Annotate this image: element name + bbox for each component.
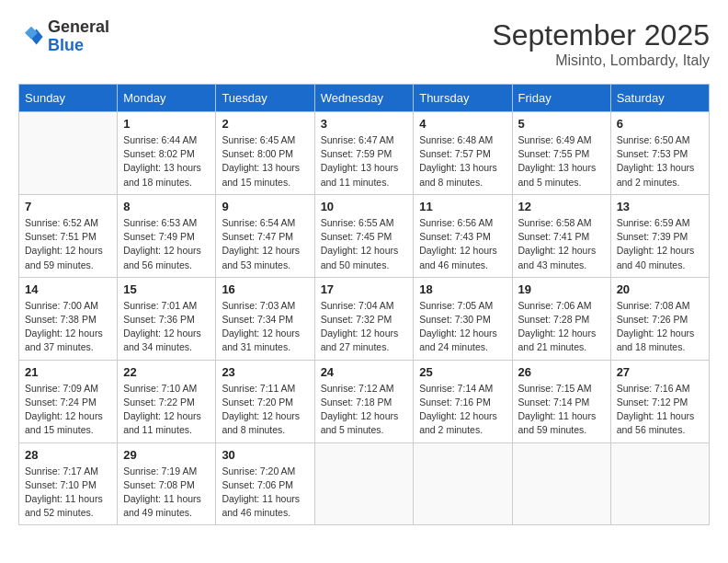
- day-info: Sunrise: 6:48 AM Sunset: 7:57 PM Dayligh…: [419, 133, 506, 190]
- calendar-week-row: 7Sunrise: 6:52 AM Sunset: 7:51 PM Daylig…: [19, 194, 710, 277]
- logo-icon: [18, 24, 44, 50]
- day-number: 28: [25, 448, 111, 462]
- weekday-header-tuesday: Tuesday: [216, 85, 314, 112]
- day-number: 21: [25, 365, 111, 379]
- calendar-week-row: 28Sunrise: 7:17 AM Sunset: 7:10 PM Dayli…: [19, 442, 710, 525]
- day-info: Sunrise: 7:11 AM Sunset: 7:20 PM Dayligh…: [222, 382, 308, 438]
- calendar-cell: 25Sunrise: 7:14 AM Sunset: 7:16 PM Dayli…: [414, 360, 512, 442]
- calendar-cell: [414, 442, 512, 525]
- day-info: Sunrise: 7:19 AM Sunset: 7:08 PM Dayligh…: [123, 465, 210, 521]
- calendar-cell: 2Sunrise: 6:45 AM Sunset: 8:00 PM Daylig…: [216, 112, 314, 195]
- logo-general: General: [48, 18, 109, 37]
- calendar-cell: 22Sunrise: 7:10 AM Sunset: 7:22 PM Dayli…: [118, 360, 216, 442]
- calendar-cell: 1Sunrise: 6:44 AM Sunset: 8:02 PM Daylig…: [118, 112, 216, 195]
- day-info: Sunrise: 7:16 AM Sunset: 7:12 PM Dayligh…: [617, 382, 703, 438]
- day-info: Sunrise: 7:06 AM Sunset: 7:28 PM Dayligh…: [518, 299, 605, 355]
- calendar-cell: 14Sunrise: 7:00 AM Sunset: 7:38 PM Dayli…: [19, 277, 118, 360]
- day-info: Sunrise: 7:01 AM Sunset: 7:36 PM Dayligh…: [123, 299, 210, 355]
- day-number: 13: [617, 200, 703, 213]
- calendar-cell: 12Sunrise: 6:58 AM Sunset: 7:41 PM Dayli…: [512, 194, 610, 277]
- day-info: Sunrise: 6:54 AM Sunset: 7:47 PM Dayligh…: [222, 216, 308, 272]
- day-info: Sunrise: 6:52 AM Sunset: 7:51 PM Dayligh…: [25, 216, 111, 272]
- day-number: 5: [518, 117, 605, 131]
- day-info: Sunrise: 7:03 AM Sunset: 7:34 PM Dayligh…: [222, 299, 308, 355]
- day-info: Sunrise: 7:05 AM Sunset: 7:30 PM Dayligh…: [419, 299, 506, 355]
- logo: General Blue: [18, 18, 109, 55]
- day-info: Sunrise: 7:15 AM Sunset: 7:14 PM Dayligh…: [518, 382, 605, 438]
- calendar-cell: 7Sunrise: 6:52 AM Sunset: 7:51 PM Daylig…: [19, 194, 118, 277]
- day-number: 22: [123, 365, 210, 379]
- calendar-cell: 23Sunrise: 7:11 AM Sunset: 7:20 PM Dayli…: [216, 360, 314, 442]
- calendar-cell: 4Sunrise: 6:48 AM Sunset: 7:57 PM Daylig…: [414, 112, 512, 195]
- day-number: 18: [419, 282, 506, 296]
- day-number: 7: [25, 200, 111, 213]
- day-number: 16: [222, 282, 308, 296]
- month-title: September 2025: [492, 18, 710, 52]
- calendar-cell: 28Sunrise: 7:17 AM Sunset: 7:10 PM Dayli…: [19, 442, 118, 525]
- weekday-header-thursday: Thursday: [414, 85, 512, 112]
- day-info: Sunrise: 6:49 AM Sunset: 7:55 PM Dayligh…: [518, 133, 605, 190]
- calendar-cell: 10Sunrise: 6:55 AM Sunset: 7:45 PM Dayli…: [314, 194, 414, 277]
- calendar-cell: 17Sunrise: 7:04 AM Sunset: 7:32 PM Dayli…: [314, 277, 414, 360]
- day-info: Sunrise: 6:53 AM Sunset: 7:49 PM Dayligh…: [123, 216, 210, 272]
- day-number: 14: [25, 282, 111, 296]
- calendar-cell: 3Sunrise: 6:47 AM Sunset: 7:59 PM Daylig…: [314, 112, 414, 195]
- calendar-cell: 27Sunrise: 7:16 AM Sunset: 7:12 PM Dayli…: [610, 360, 709, 442]
- day-info: Sunrise: 7:04 AM Sunset: 7:32 PM Dayligh…: [321, 299, 408, 355]
- day-info: Sunrise: 6:50 AM Sunset: 7:53 PM Dayligh…: [617, 133, 703, 190]
- day-number: 1: [123, 117, 210, 131]
- calendar-cell: 26Sunrise: 7:15 AM Sunset: 7:14 PM Dayli…: [512, 360, 610, 442]
- calendar-cell: 29Sunrise: 7:19 AM Sunset: 7:08 PM Dayli…: [118, 442, 216, 525]
- calendar-cell: 30Sunrise: 7:20 AM Sunset: 7:06 PM Dayli…: [216, 442, 314, 525]
- weekday-header-row: SundayMondayTuesdayWednesdayThursdayFrid…: [19, 85, 710, 112]
- day-number: 10: [321, 200, 408, 213]
- weekday-header-friday: Friday: [512, 85, 610, 112]
- day-number: 24: [321, 365, 408, 379]
- calendar-cell: 5Sunrise: 6:49 AM Sunset: 7:55 PM Daylig…: [512, 112, 610, 195]
- calendar-cell: [512, 442, 610, 525]
- calendar-cell: [314, 442, 414, 525]
- calendar-week-row: 21Sunrise: 7:09 AM Sunset: 7:24 PM Dayli…: [19, 360, 710, 442]
- day-info: Sunrise: 7:09 AM Sunset: 7:24 PM Dayligh…: [25, 382, 111, 438]
- calendar-cell: 9Sunrise: 6:54 AM Sunset: 7:47 PM Daylig…: [216, 194, 314, 277]
- weekday-header-monday: Monday: [118, 85, 216, 112]
- page-header: General Blue September 2025 Misinto, Lom…: [18, 18, 710, 69]
- day-info: Sunrise: 6:44 AM Sunset: 8:02 PM Dayligh…: [123, 133, 210, 190]
- day-number: 25: [419, 365, 506, 379]
- calendar-cell: 18Sunrise: 7:05 AM Sunset: 7:30 PM Dayli…: [414, 277, 512, 360]
- day-number: 20: [617, 282, 703, 296]
- day-info: Sunrise: 7:14 AM Sunset: 7:16 PM Dayligh…: [419, 382, 506, 438]
- location: Misinto, Lombardy, Italy: [492, 52, 710, 69]
- calendar-cell: 16Sunrise: 7:03 AM Sunset: 7:34 PM Dayli…: [216, 277, 314, 360]
- day-info: Sunrise: 7:10 AM Sunset: 7:22 PM Dayligh…: [123, 382, 210, 438]
- calendar-table: SundayMondayTuesdayWednesdayThursdayFrid…: [18, 84, 710, 525]
- calendar-cell: 15Sunrise: 7:01 AM Sunset: 7:36 PM Dayli…: [118, 277, 216, 360]
- day-number: 15: [123, 282, 210, 296]
- calendar-cell: 21Sunrise: 7:09 AM Sunset: 7:24 PM Dayli…: [19, 360, 118, 442]
- day-info: Sunrise: 6:45 AM Sunset: 8:00 PM Dayligh…: [222, 133, 308, 190]
- day-number: 19: [518, 282, 605, 296]
- calendar-week-row: 1Sunrise: 6:44 AM Sunset: 8:02 PM Daylig…: [19, 112, 710, 195]
- calendar-cell: 6Sunrise: 6:50 AM Sunset: 7:53 PM Daylig…: [610, 112, 709, 195]
- day-number: 4: [419, 117, 506, 131]
- day-number: 2: [222, 117, 308, 131]
- day-info: Sunrise: 7:12 AM Sunset: 7:18 PM Dayligh…: [321, 382, 408, 438]
- day-number: 26: [518, 365, 605, 379]
- day-number: 23: [222, 365, 308, 379]
- calendar-cell: 24Sunrise: 7:12 AM Sunset: 7:18 PM Dayli…: [314, 360, 414, 442]
- day-info: Sunrise: 7:17 AM Sunset: 7:10 PM Dayligh…: [25, 465, 111, 521]
- weekday-header-sunday: Sunday: [19, 85, 118, 112]
- calendar-cell: 8Sunrise: 6:53 AM Sunset: 7:49 PM Daylig…: [118, 194, 216, 277]
- day-number: 27: [617, 365, 703, 379]
- weekday-header-saturday: Saturday: [610, 85, 709, 112]
- day-number: 6: [617, 117, 703, 131]
- day-number: 8: [123, 200, 210, 213]
- calendar-cell: 20Sunrise: 7:08 AM Sunset: 7:26 PM Dayli…: [610, 277, 709, 360]
- day-number: 9: [222, 200, 308, 213]
- calendar-week-row: 14Sunrise: 7:00 AM Sunset: 7:38 PM Dayli…: [19, 277, 710, 360]
- day-number: 12: [518, 200, 605, 213]
- day-info: Sunrise: 6:47 AM Sunset: 7:59 PM Dayligh…: [321, 133, 408, 190]
- day-info: Sunrise: 7:00 AM Sunset: 7:38 PM Dayligh…: [25, 299, 111, 355]
- calendar-cell: 13Sunrise: 6:59 AM Sunset: 7:39 PM Dayli…: [610, 194, 709, 277]
- weekday-header-wednesday: Wednesday: [314, 85, 414, 112]
